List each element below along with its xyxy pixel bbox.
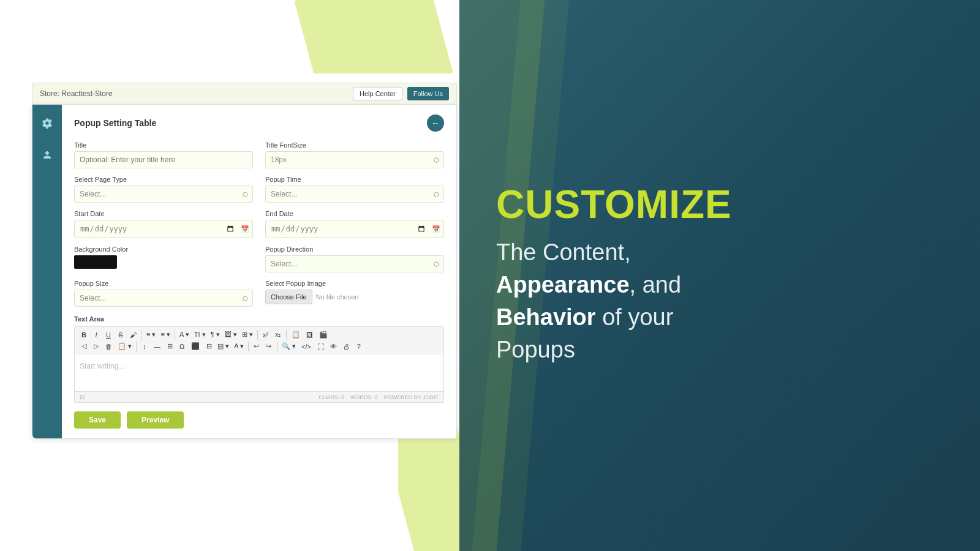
toolbar-cols[interactable]: ⊟ (203, 341, 214, 351)
title-fontsize-group: Title FontSize 18px 12px 14px 16px 20px … (265, 141, 444, 168)
end-date-group: End Date (265, 210, 444, 238)
toolbar-font-dropdown[interactable]: A ▾ (178, 330, 191, 339)
toolbar-underline[interactable]: U (103, 330, 114, 340)
toolbar-search-dropdown[interactable]: 🔍 ▾ (280, 342, 298, 351)
popup-size-select[interactable]: Select... (74, 290, 253, 307)
toolbar-arrow-right[interactable]: ▷ (91, 341, 102, 351)
popup-direction-group: Popup Direction Select... (265, 246, 444, 272)
desc-line2-rest: , and (630, 272, 682, 298)
file-input-row: Choose File No file chosen (265, 290, 444, 304)
editor-footer: ⊡ CHARS: 0 WORDS: 0 POWERED BY JODIT (74, 392, 444, 403)
toolbar-row-2: ◁ ▷ 🗑 📋 ▾ ↕ — ⊞ Ω ⬛ ⊟ ▤ ▾ A ▾ (78, 341, 440, 351)
toolbar-table-dropdown[interactable]: ⊞ ▾ (240, 330, 255, 339)
popup-size-group: Popup Size Select... (74, 280, 253, 307)
toolbar-omega[interactable]: Ω (176, 342, 187, 351)
toolbar-help[interactable]: ? (353, 342, 364, 351)
toolbar-grid[interactable]: ⊞ (164, 341, 175, 351)
toolbar-divider-5 (136, 342, 137, 351)
toolbar-arrow-left[interactable]: ◁ (78, 341, 89, 351)
toolbar-print[interactable]: 🖨 (341, 342, 352, 351)
toolbar-list-dropdown[interactable]: ≡ ▾ (145, 330, 157, 339)
popup-direction-wrapper: Select... (265, 255, 444, 272)
toolbar-eye[interactable]: 👁 (328, 342, 339, 351)
toolbar-strikethrough[interactable]: S (115, 330, 126, 340)
popup-time-select[interactable]: Select... (265, 186, 444, 203)
popup-time-label: Popup Time (265, 176, 444, 183)
title-fontsize-wrapper: 18px 12px 14px 16px 20px 24px (265, 151, 444, 168)
deco-top (0, 0, 459, 73)
popup-image-group: Select Popup Image Choose File No file c… (265, 280, 444, 307)
toolbar-para-dropdown[interactable]: ¶ ▾ (209, 330, 222, 339)
back-button[interactable]: ← (427, 114, 444, 132)
follow-us-button[interactable]: Follow Us (407, 87, 449, 100)
title-group: Title (74, 141, 253, 168)
popup-direction-select[interactable]: Select... (265, 255, 444, 272)
desc-line4: Popups (496, 337, 575, 362)
title-fontsize-select[interactable]: 18px 12px 14px 16px 20px 24px (265, 151, 444, 168)
toolbar-undo[interactable]: ↩ (251, 341, 262, 351)
editor-stats: CHARS: 0 WORDS: 0 POWERED BY JODIT (319, 394, 439, 400)
page-type-label: Select Page Type (74, 176, 253, 183)
page-type-group: Select Page Type Select... (74, 176, 253, 203)
chars-count: CHARS: 0 (319, 394, 345, 400)
toolbar-code[interactable]: </> (299, 342, 314, 351)
end-date-label: End Date (265, 210, 444, 217)
page-title: Popup Setting Table (74, 118, 156, 128)
toolbar-divider-3 (257, 330, 258, 340)
bg-color-swatch[interactable] (74, 255, 117, 269)
toolbar-hr[interactable]: — (151, 342, 163, 351)
help-center-button[interactable]: Help Center (353, 87, 402, 100)
preview-button[interactable]: Preview (127, 411, 184, 429)
bg-color-label: Background Color (74, 246, 253, 253)
header-buttons: Help Center Follow Us (353, 87, 449, 100)
toolbar-video[interactable]: 🎬 (317, 329, 330, 340)
sidebar-icon-user[interactable] (39, 146, 56, 163)
text-area-label: Text Area (74, 315, 444, 323)
desc-line2-strong: Appearance (496, 272, 630, 298)
store-name: Store: Reacttest-Store (40, 89, 113, 98)
form-actions: Save Preview (74, 411, 444, 429)
bg-color-group: Background Color (74, 246, 253, 272)
toolbar-copy[interactable]: 📋 (289, 329, 303, 340)
powered-by: POWERED BY JODIT (384, 394, 439, 400)
title-label: Title (74, 141, 253, 149)
title-input[interactable] (74, 151, 253, 168)
save-button[interactable]: Save (74, 411, 121, 429)
toolbar-subscript[interactable]: x₂ (273, 329, 284, 340)
page-type-select[interactable]: Select... (74, 186, 253, 203)
toolbar-gallery[interactable]: 🖼 (304, 330, 315, 340)
sidebar-icon-settings[interactable] (39, 114, 56, 132)
toolbar-align-center[interactable]: ↕ (139, 342, 150, 351)
toolbar-brush[interactable]: 🖌 (127, 330, 139, 340)
toolbar-indent-dropdown[interactable]: ≡ ▾ (159, 330, 172, 339)
app-window: Popup Setting Table ← Title Title FontSi… (32, 104, 457, 439)
editor-resize-handle[interactable]: ⊡ (80, 394, 85, 400)
end-date-wrapper (265, 220, 444, 238)
toolbar-bold[interactable]: B (78, 330, 89, 340)
toolbar-table[interactable]: ⬛ (189, 341, 202, 351)
editor-placeholder: Start writing... (80, 362, 124, 370)
file-name-label: No file chosen (316, 293, 359, 301)
toolbar-trash[interactable]: 🗑 (103, 342, 115, 351)
deco-bottom (398, 429, 459, 551)
toolbar-img-dropdown[interactable]: 🖼 ▾ (223, 330, 239, 339)
popup-size-wrapper: Select... (74, 290, 253, 307)
sidebar (32, 105, 62, 438)
toolbar-italic[interactable]: I (91, 330, 102, 340)
toolbar-divider-2 (175, 330, 175, 340)
toolbar-superscript[interactable]: x² (260, 330, 271, 340)
editor-toolbar: B I U S 🖌 ≡ ▾ ≡ ▾ A ▾ TI ▾ ¶ ▾ 🖼 ▾ ⊞ ▾ (74, 326, 444, 355)
toolbar-redo[interactable]: ↪ (263, 341, 274, 351)
toolbar-color-dropdown[interactable]: A ▾ (232, 342, 246, 351)
choose-file-button[interactable]: Choose File (265, 290, 312, 304)
toolbar-divider-4 (286, 330, 287, 340)
start-date-input[interactable] (74, 220, 253, 238)
toolbar-layout-dropdown[interactable]: ▤ ▾ (216, 342, 231, 351)
toolbar-divider-6 (248, 342, 249, 351)
end-date-input[interactable] (265, 220, 444, 238)
toolbar-clipboard-dropdown[interactable]: 📋 ▾ (116, 342, 134, 351)
toolbar-text-dropdown[interactable]: TI ▾ (192, 330, 208, 339)
editor-body[interactable]: Start writing... (74, 355, 444, 392)
popup-time-wrapper: Select... (265, 186, 444, 203)
toolbar-fullscreen[interactable]: ⛶ (315, 342, 326, 351)
